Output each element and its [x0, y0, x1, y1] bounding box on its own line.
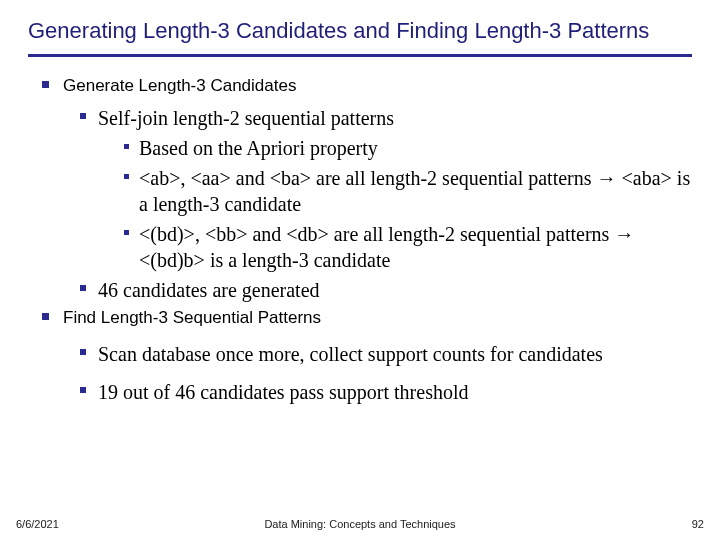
list-item-text: 19 out of 46 candidates pass support thr…	[98, 379, 469, 405]
sub-list-item: <(bd)>, <bb> and <db> are all length-2 s…	[124, 221, 692, 273]
section-heading-text: Find Length-3 Sequential Patterns	[63, 307, 321, 329]
section-heading: Generate Length-3 Candidates	[42, 75, 692, 97]
list-item: 19 out of 46 candidates pass support thr…	[80, 379, 692, 405]
sub-list-item-text: <(bd)>, <bb> and <db> are all length-2 s…	[139, 221, 692, 273]
bullet-icon	[42, 313, 49, 320]
footer-date: 6/6/2021	[16, 518, 59, 530]
list-item-text: Scan database once more, collect support…	[98, 341, 603, 367]
section-heading-text: Generate Length-3 Candidates	[63, 75, 296, 97]
bullet-icon	[42, 81, 49, 88]
section-heading: Find Length-3 Sequential Patterns	[42, 307, 692, 329]
list-item-text: Self-join length-2 sequential patterns	[98, 105, 394, 131]
bullet-icon	[124, 174, 129, 179]
sub-list-item-text: Based on the Apriori property	[139, 135, 378, 161]
bullet-icon	[124, 230, 129, 235]
slide-footer: 6/6/2021 Data Mining: Concepts and Techn…	[0, 518, 720, 530]
slide: Generating Length-3 Candidates and Findi…	[0, 0, 720, 405]
bullet-icon	[80, 387, 86, 393]
bullet-icon	[80, 113, 86, 119]
list-item: 46 candidates are generated	[80, 277, 692, 303]
bullet-icon	[124, 144, 129, 149]
list-item-text: 46 candidates are generated	[98, 277, 320, 303]
slide-title: Generating Length-3 Candidates and Findi…	[28, 18, 692, 44]
sub-list-item-text: <ab>, <aa> and <ba> are all length-2 seq…	[139, 165, 692, 217]
list-item: Scan database once more, collect support…	[80, 341, 692, 367]
bullet-icon	[80, 285, 86, 291]
title-rule	[28, 54, 692, 57]
footer-page: 92	[692, 518, 704, 530]
footer-source: Data Mining: Concepts and Techniques	[264, 518, 455, 530]
bullet-icon	[80, 349, 86, 355]
list-item: Self-join length-2 sequential patterns	[80, 105, 692, 131]
sub-list-item: Based on the Apriori property	[124, 135, 692, 161]
sub-list-item: <ab>, <aa> and <ba> are all length-2 seq…	[124, 165, 692, 217]
